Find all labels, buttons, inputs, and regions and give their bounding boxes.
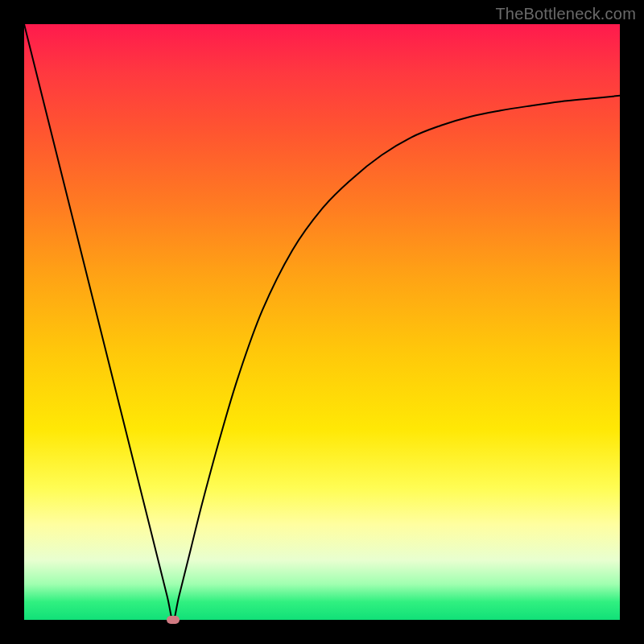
bottleneck-curve — [24, 24, 620, 620]
watermark-text: TheBottleneck.com — [495, 5, 636, 23]
plot-area — [24, 24, 620, 620]
chart-svg — [24, 24, 620, 620]
minimum-marker — [167, 616, 180, 624]
chart-frame: TheBottleneck.com — [0, 0, 644, 644]
